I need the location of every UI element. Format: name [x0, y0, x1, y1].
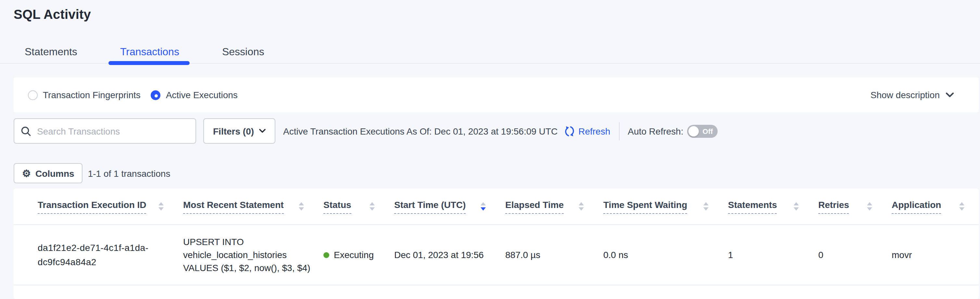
table-row: da1f21e2-de71-4c1f-a1da-dc9fc94a84a2 UPS…: [14, 225, 979, 285]
radio-active-executions[interactable]: Active Executions: [151, 90, 238, 100]
cell-statements: 1: [728, 249, 818, 260]
page-title: SQL Activity: [0, 0, 980, 23]
chevron-down-icon: [946, 92, 954, 98]
status-executing-dot-icon: [323, 252, 329, 258]
table-header-row: Transaction Execution ID Most Recent Sta…: [14, 189, 979, 225]
sort-icon: [959, 202, 964, 211]
transactions-table: Transaction Execution ID Most Recent Sta…: [14, 189, 979, 299]
chevron-down-icon: [259, 129, 266, 133]
sort-icon-desc-active: [480, 202, 486, 211]
refresh-icon: [563, 125, 575, 137]
radio-circle-icon: [28, 90, 38, 100]
tab-transactions[interactable]: Transactions: [120, 45, 179, 63]
column-header-time-spent-waiting[interactable]: Time Spent Waiting: [603, 199, 728, 214]
gear-icon: ⚙: [22, 168, 31, 178]
column-header-most-recent-statement[interactable]: Most Recent Statement: [183, 199, 323, 214]
app-window: SQL Activity Statements Transactions Ses…: [0, 0, 980, 299]
search-input[interactable]: [37, 126, 189, 136]
radio-label: Transaction Fingerprints: [43, 90, 141, 100]
search-box: [14, 118, 196, 144]
status-label: Executing: [334, 249, 374, 260]
table-controls: ⚙ Columns 1-1 of 1 transactions: [14, 163, 979, 183]
search-icon: [21, 126, 31, 136]
cell-application: movr: [892, 249, 979, 260]
results-summary: 1-1 of 1 transactions: [88, 168, 170, 178]
divider: [619, 122, 619, 140]
refresh-label: Refresh: [578, 126, 610, 136]
filter-bar: Filters (0) Active Transaction Execution…: [14, 118, 979, 144]
columns-button-label: Columns: [35, 168, 74, 178]
toggle-state-label: Off: [699, 127, 718, 135]
sort-icon: [579, 202, 584, 211]
sort-icon: [299, 202, 304, 211]
sort-icon: [159, 202, 164, 211]
toggle-knob: [689, 126, 699, 136]
as-of-timestamp: Active Transaction Executions As Of: Dec…: [283, 126, 558, 136]
show-description-label: Show description: [870, 90, 940, 100]
cell-start-time: Dec 01, 2023 at 19:56: [394, 249, 505, 260]
sort-icon: [703, 202, 708, 211]
show-description-toggle[interactable]: Show description: [870, 90, 954, 100]
column-header-transaction-execution-id[interactable]: Transaction Execution ID: [38, 199, 183, 214]
columns-button[interactable]: ⚙ Columns: [14, 163, 83, 183]
filters-button[interactable]: Filters (0): [203, 118, 275, 144]
column-header-start-time[interactable]: Start Time (UTC): [394, 199, 505, 214]
cell-status: Executing: [323, 249, 394, 260]
radio-selected-icon: [151, 90, 161, 100]
column-header-application[interactable]: Application: [892, 199, 979, 214]
column-header-statements[interactable]: Statements: [728, 199, 818, 214]
main-content: Transaction Fingerprints Active Executio…: [0, 77, 980, 299]
sort-icon: [867, 202, 872, 211]
auto-refresh-toggle[interactable]: Off: [687, 125, 718, 138]
tab-statements[interactable]: Statements: [25, 45, 77, 63]
column-header-status[interactable]: Status: [323, 199, 394, 214]
view-mode-radio-group: Transaction Fingerprints Active Executio…: [28, 90, 238, 100]
auto-refresh-label: Auto Refresh:: [628, 126, 683, 136]
sort-icon: [794, 202, 799, 211]
cell-most-recent-statement: UPSERT INTO vehicle_location_histories V…: [183, 235, 321, 274]
filters-button-label: Filters (0): [213, 126, 254, 136]
column-header-elapsed-time[interactable]: Elapsed Time: [505, 199, 603, 214]
view-mode-card: Transaction Fingerprints Active Executio…: [14, 77, 979, 112]
column-header-retries[interactable]: Retries: [818, 199, 892, 214]
sort-icon: [369, 202, 375, 211]
cell-elapsed-time: 887.0 µs: [505, 249, 603, 260]
cell-time-spent-waiting: 0.0 ns: [603, 249, 728, 260]
tab-sessions[interactable]: Sessions: [222, 45, 264, 63]
sql-activity-page: SQL Activity Statements Transactions Ses…: [0, 0, 980, 299]
radio-label: Active Executions: [166, 90, 238, 100]
tab-bar: Statements Transactions Sessions: [0, 45, 980, 64]
refresh-button[interactable]: Refresh: [563, 125, 610, 137]
radio-transaction-fingerprints[interactable]: Transaction Fingerprints: [28, 90, 141, 100]
cell-transaction-execution-id: da1f21e2-de71-4c1f-a1da-dc9fc94a84a2: [38, 240, 161, 269]
cell-retries: 0: [818, 249, 892, 260]
